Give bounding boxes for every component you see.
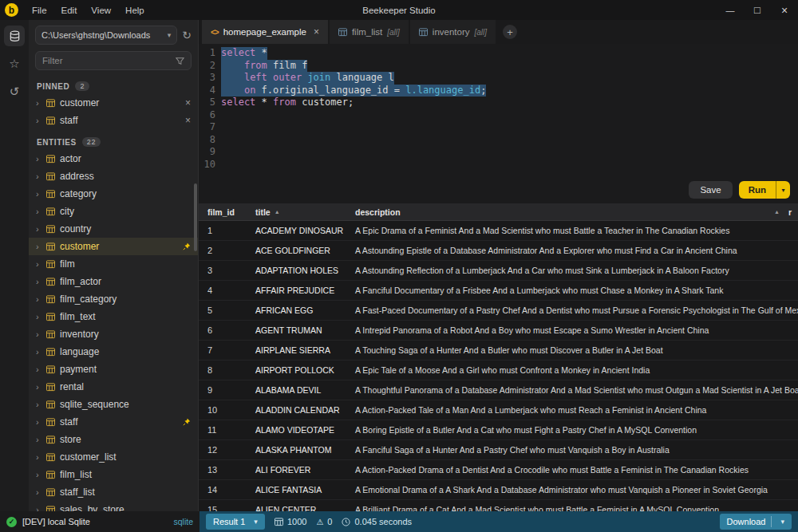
entity-item-inventory[interactable]: ›inventory	[29, 325, 198, 343]
elapsed-stat: 0.045 seconds	[342, 517, 412, 526]
cell-title: ALAMO VIDEOTAPE	[247, 425, 346, 435]
table-row[interactable]: 9ALABAMA DEVILA Thoughtful Panorama of a…	[199, 380, 798, 400]
item-label: customer	[60, 241, 178, 252]
table-row[interactable]: 6AGENT TRUMANA Intrepid Panorama of a Ro…	[199, 321, 798, 341]
entity-item-film_list[interactable]: ›film_list	[29, 466, 198, 483]
code-line	[221, 159, 798, 171]
table-row[interactable]: 14ALICE FANTASIAA Emotional Drama of a A…	[199, 480, 798, 500]
entity-item-film_actor[interactable]: ›film_actor	[29, 273, 198, 290]
pin-icon[interactable]	[183, 242, 191, 250]
entity-item-city[interactable]: ›city	[29, 203, 198, 220]
entity-item-customer[interactable]: ›customer	[29, 238, 198, 255]
maximize-icon[interactable]: □	[744, 0, 771, 20]
menu-file[interactable]: File	[25, 0, 54, 20]
entity-item-country[interactable]: ›country	[29, 220, 198, 238]
entity-item-film_text[interactable]: ›film_text	[29, 308, 198, 325]
item-label: store	[60, 434, 191, 445]
item-label: film	[60, 258, 191, 270]
close-icon[interactable]: ×	[771, 0, 798, 20]
item-label: category	[60, 188, 191, 199]
table-row[interactable]: 2ACE GOLDFINGERA Astounding Epistle of a…	[199, 241, 798, 261]
item-label: payment	[60, 364, 191, 375]
refresh-icon[interactable]: ↻	[182, 29, 192, 41]
table-row[interactable]: 1ACADEMY DINOSAURA Epic Drama of a Femin…	[199, 221, 798, 241]
table-icon	[46, 207, 55, 216]
minimize-icon[interactable]: —	[717, 0, 744, 20]
entity-item-film_category[interactable]: ›film_category	[29, 290, 198, 308]
editor-code[interactable]: select * from film f left outer join lan…	[221, 47, 798, 176]
connection-name[interactable]: [DEV] local Sqlite	[22, 517, 90, 526]
sidebar-scrollbar[interactable]	[194, 183, 197, 251]
menu-view[interactable]: View	[84, 0, 118, 20]
unpin-close-icon[interactable]: ×	[185, 115, 191, 126]
table-icon	[46, 383, 55, 392]
cell-description: A Brilliant Drama of a Cat And a Mad Sci…	[346, 505, 798, 511]
save-button[interactable]: Save	[689, 181, 732, 199]
chevron-right-icon: ›	[36, 505, 41, 511]
entity-item-store[interactable]: ›store	[29, 431, 198, 448]
menu-edit[interactable]: Edit	[54, 0, 85, 20]
table-row[interactable]: 13ALI FOREVERA Action-Packed Drama of a …	[199, 460, 798, 480]
database-icon[interactable]	[4, 26, 25, 46]
entity-item-address[interactable]: ›address	[29, 167, 198, 185]
line-number: 2	[199, 60, 215, 73]
entity-item-film[interactable]: ›film	[29, 255, 198, 273]
filter-input[interactable]	[42, 56, 176, 65]
entity-item-sqlite_sequence[interactable]: ›sqlite_sequence	[29, 396, 198, 413]
history-icon[interactable]: ↺	[4, 81, 25, 102]
entity-item-language[interactable]: ›language	[29, 343, 198, 361]
table-row[interactable]: 12ALASKA PHANTOMA Fanciful Saga of a Hun…	[199, 440, 798, 460]
pinned-item-staff[interactable]: ›staff×	[29, 112, 198, 129]
unpin-close-icon[interactable]: ×	[185, 97, 191, 108]
entity-item-rental[interactable]: ›rental	[29, 378, 198, 396]
connection-path-select[interactable]: C:\Users\ghstng\Downloads ▾	[35, 26, 177, 45]
table-row[interactable]: 4AFFAIR PREJUDICEA Fanciful Documentary …	[199, 281, 798, 301]
chevron-right-icon: ›	[36, 382, 41, 392]
error-count: 0	[327, 517, 332, 526]
table-row[interactable]: 11ALAMO VIDEOTAPEA Boring Epistle of a B…	[199, 420, 798, 440]
menu-help[interactable]: Help	[118, 0, 152, 20]
chevron-right-icon: ›	[36, 116, 41, 125]
caret-down-icon[interactable]: ▾	[780, 518, 784, 526]
code-line	[221, 146, 798, 159]
result-tab-button[interactable]: Result 1 ▾	[206, 514, 265, 530]
rows-icon	[275, 518, 283, 526]
column-header-title[interactable]: title ▲	[247, 207, 346, 217]
table-row[interactable]: 3ADAPTATION HOLESA Astounding Reflection…	[199, 261, 798, 281]
tab-bar: <>homepage_example×film_list[all]invento…	[199, 20, 798, 44]
table-row[interactable]: 10ALADDIN CALENDARA Action-Packed Tale o…	[199, 400, 798, 420]
run-options-caret-icon[interactable]: ▾	[776, 181, 790, 199]
table-icon	[46, 435, 55, 444]
entity-item-sales_by_store[interactable]: ›sales_by_store	[29, 501, 198, 511]
entity-item-staff[interactable]: ›staff	[29, 413, 198, 431]
table-row[interactable]: 15ALIEN CENTERA Brilliant Drama of a Cat…	[199, 500, 798, 511]
column-header-film-id[interactable]: film_id	[199, 207, 247, 217]
item-label: rental	[60, 381, 191, 392]
tab-film_list[interactable]: film_list[all]	[330, 20, 409, 44]
entity-item-payment[interactable]: ›payment	[29, 361, 198, 378]
table-row[interactable]: 7AIRPLANE SIERRAA Touching Saga of a Hun…	[199, 341, 798, 361]
cell-film-id: 4	[199, 286, 247, 295]
column-header-truncated[interactable]: r	[788, 207, 798, 217]
table-row[interactable]: 8AIRPORT POLLOCKA Epic Tale of a Moose A…	[199, 361, 798, 380]
table-icon	[46, 242, 55, 251]
entity-item-actor[interactable]: ›actor	[29, 150, 198, 167]
app-logo-icon: b	[5, 3, 18, 17]
table-row[interactable]: 5AFRICAN EGGA Fast-Paced Documentary of …	[199, 301, 798, 321]
entity-item-customer_list[interactable]: ›customer_list	[29, 448, 198, 466]
run-button[interactable]: Run	[739, 181, 776, 199]
tab-inventory[interactable]: inventory[all]	[410, 20, 496, 44]
tab-homepage_example[interactable]: <>homepage_example×	[202, 20, 328, 44]
entity-item-category[interactable]: ›category	[29, 185, 198, 203]
sql-editor[interactable]: 12345678910 select * from film f left ou…	[199, 44, 798, 176]
entity-item-staff_list[interactable]: ›staff_list	[29, 483, 198, 501]
pinned-item-customer[interactable]: ›customer×	[29, 94, 198, 112]
favorites-star-icon[interactable]: ☆	[4, 53, 25, 74]
connection-path: C:\Users\ghstng\Downloads	[41, 30, 164, 40]
download-button[interactable]: Download ▾	[720, 514, 792, 530]
column-header-description[interactable]: description ▲	[346, 207, 788, 217]
cell-film-id: 2	[199, 246, 247, 255]
add-tab-button[interactable]: +	[503, 25, 517, 39]
pin-icon[interactable]	[183, 418, 191, 426]
tab-close-icon[interactable]: ×	[314, 26, 319, 37]
